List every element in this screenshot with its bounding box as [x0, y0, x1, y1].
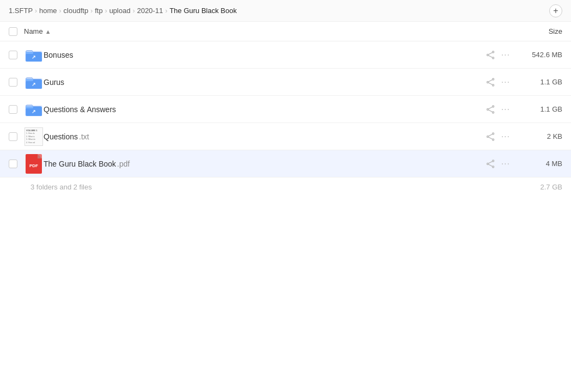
file-size: 1.1 GB [519, 105, 562, 113]
svg-line-18 [488, 79, 492, 82]
table-row[interactable]: ↗ Gurus ···1.1 GB [0, 69, 571, 96]
breadcrumb-separator: › [133, 7, 135, 15]
name-column-header[interactable]: Name ▲ [24, 27, 508, 35]
breadcrumb-item-sftp[interactable]: 1.SFTP [9, 7, 33, 15]
row-checkbox[interactable] [9, 105, 17, 114]
row-checkbox[interactable] [9, 51, 17, 59]
svg-point-15 [492, 78, 494, 80]
file-size: 4 MB [519, 160, 562, 168]
row-checkbox[interactable] [9, 78, 17, 87]
more-options-button[interactable]: ··· [501, 132, 510, 142]
file-name: The Guru Black Book [44, 160, 116, 168]
svg-point-25 [492, 106, 494, 107]
folder-icon: ↗ [24, 75, 44, 90]
select-all-checkbox[interactable] [9, 27, 17, 36]
share-button[interactable] [486, 105, 495, 114]
file-size: 542.6 MB [519, 51, 562, 59]
svg-point-7 [487, 54, 488, 56]
svg-point-5 [492, 51, 494, 53]
svg-text:↗: ↗ [32, 54, 36, 60]
file-list: ↗ Bonuses ···542.6 MB ↗ Gurus ···1.1 GB [0, 41, 571, 177]
more-options-button[interactable]: ··· [501, 159, 510, 169]
breadcrumb-separator: › [105, 7, 107, 15]
breadcrumb-add-button[interactable]: + [549, 4, 562, 17]
svg-text:PDF: PDF [29, 163, 38, 168]
breadcrumb-separator: › [59, 7, 62, 15]
file-size: 1.1 GB [519, 78, 562, 86]
svg-point-26 [492, 112, 494, 113]
svg-rect-36 [38, 154, 42, 158]
more-options-button[interactable]: ··· [501, 50, 510, 60]
svg-point-32 [487, 136, 488, 137]
svg-text:↗: ↗ [32, 82, 36, 87]
file-name: Questions & Answers [44, 105, 116, 114]
svg-point-30 [492, 133, 494, 134]
file-name: Questions [44, 132, 78, 141]
svg-point-27 [487, 108, 488, 110]
more-options-button[interactable]: ··· [501, 77, 510, 87]
table-row[interactable]: ↗ Bonuses ···542.6 MB [0, 41, 571, 69]
folder-icon: ↗ [24, 102, 44, 117]
folder-icon: ↗ [24, 47, 44, 63]
breadcrumb-separator: › [35, 7, 37, 15]
table-row[interactable]: ↗ Questions & Answers ···1.1 GB [0, 96, 571, 123]
breadcrumb-item-ftp[interactable]: ftp [95, 7, 102, 15]
svg-line-41 [488, 161, 492, 163]
breadcrumb-separator: › [165, 7, 167, 15]
svg-point-16 [492, 84, 494, 86]
file-extension: .txt [79, 132, 89, 141]
breadcrumb-item-home[interactable]: home [39, 7, 57, 15]
svg-line-34 [488, 137, 492, 139]
breadcrumb-item-upload[interactable]: upload [109, 7, 131, 15]
pdf-icon: PDF [24, 154, 44, 174]
file-list-header: Name ▲ Size [0, 22, 571, 41]
txt-icon: VOLUME 1 1. How do 2. What is 3. What do… [24, 127, 44, 146]
svg-line-28 [488, 107, 492, 109]
file-name: Gurus [44, 78, 64, 87]
svg-point-38 [492, 160, 494, 162]
svg-text:↗: ↗ [32, 109, 36, 114]
summary-text: 3 folders and 2 files [30, 183, 92, 191]
table-row[interactable]: PDF The Guru Black Book.pdf ···4 MB [0, 150, 571, 177]
summary-size: 2.7 GB [541, 183, 562, 191]
svg-line-33 [488, 134, 492, 136]
svg-line-29 [488, 109, 492, 112]
table-row[interactable]: VOLUME 1 1. How do 2. What is 3. What do… [0, 123, 571, 150]
summary-row: 3 folders and 2 files 2.7 GB [0, 177, 571, 197]
row-checkbox[interactable] [9, 132, 17, 141]
svg-line-8 [488, 52, 492, 54]
svg-line-42 [488, 164, 492, 166]
breadcrumb: 1.SFTP›home›cloudftp›ftp›upload›2020-11›… [0, 0, 571, 22]
share-button[interactable] [486, 51, 495, 59]
svg-line-9 [488, 55, 492, 57]
breadcrumb-item-2020-11[interactable]: 2020-11 [137, 7, 163, 15]
share-button[interactable] [486, 132, 495, 141]
svg-rect-3 [26, 52, 33, 54]
file-extension: .pdf [117, 160, 130, 168]
file-size: 2 KB [519, 132, 562, 140]
size-column-header: Size [508, 27, 562, 35]
svg-line-19 [488, 82, 492, 84]
breadcrumb-item-guru-black-book[interactable]: The Guru Black Book [169, 7, 237, 15]
svg-point-31 [492, 139, 494, 140]
svg-rect-23 [26, 106, 33, 108]
row-checkbox[interactable] [9, 160, 17, 168]
more-options-button[interactable]: ··· [501, 105, 510, 114]
svg-rect-13 [26, 79, 33, 81]
svg-point-40 [487, 163, 488, 164]
sort-arrow-icon: ▲ [45, 28, 51, 35]
svg-point-6 [492, 57, 494, 59]
file-name: Bonuses [44, 51, 73, 59]
svg-point-17 [487, 81, 488, 83]
breadcrumb-item-cloudftp[interactable]: cloudftp [64, 7, 89, 15]
share-button[interactable] [486, 78, 495, 87]
share-button[interactable] [486, 160, 495, 168]
svg-point-39 [492, 166, 494, 168]
breadcrumb-separator: › [90, 7, 93, 15]
